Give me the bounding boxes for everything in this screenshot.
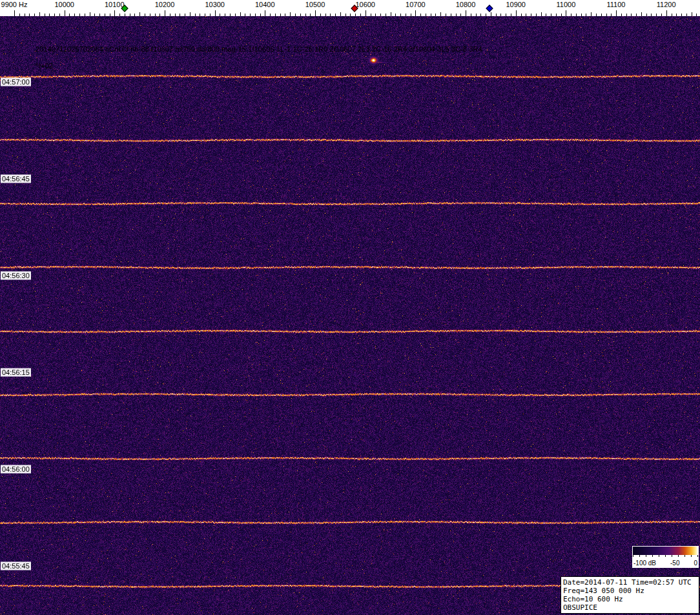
detection-text: 20140711025702064 hCnt73 nb-88 f10607 hi… [36,45,482,53]
ruler-tick [315,10,316,16]
spectrogram-plot: 20140711025702064 hCnt73 nb-88 f10607 hi… [0,16,700,615]
ruler-frequency-label: 10200 [155,1,175,8]
ruler-tick [466,10,466,16]
ruler-frequency-label: 10500 [305,1,325,8]
colorbar-labels: -100 dB -50 0 [633,560,698,567]
marker-diamond-blue[interactable] [486,5,493,12]
spectrogram-canvas [0,16,700,615]
colorbar-max-label: 0 [694,560,697,567]
ruler-tick [165,10,165,16]
intensity-colorbar: -100 dB -50 0 [632,546,699,568]
ruler-frequency-label: 11100 [607,1,626,8]
colorbar-mid-label: -50 [670,560,679,567]
ruler-frequency-label: 10400 [255,1,275,8]
colorbar-min-label: -100 dB [633,560,656,567]
time-label: 04:56:15 [1,368,31,377]
ruler-tick [65,10,65,16]
ruler-tick [14,10,15,16]
time-label: 04:57:00 [1,78,31,86]
time-label: 04:56:30 [1,272,31,280]
ruler-tick [616,10,617,16]
ruler-frequency-label: 10700 [406,1,426,8]
time-label: 04:55:45 [1,562,31,570]
frequency-ruler: 9900 Hz100001010010200103001040010500106… [0,0,700,16]
ruler-tick [666,10,667,16]
time-label: 04:56:45 [1,175,31,183]
ruler-frequency-label: 11200 [657,1,676,8]
ruler-tick [415,10,416,16]
time-offset-label: ^t+02 [36,62,53,70]
ruler-tick [265,10,265,16]
ruler-tick [566,10,566,16]
info-echo-line: Echo=10 600 Hz [563,595,697,603]
ruler-tick [516,10,517,16]
ruler-frequency-label: 10300 [205,1,225,8]
observation-info-box: Date=2014-07-11 Time=02:57 UTC Freq=143 … [561,576,699,614]
ruler-tick [114,10,115,16]
ruler-frequency-label: 9900 Hz [1,1,28,8]
spectrogram-screen: 9900 Hz100001010010200103001040010500106… [0,0,700,615]
info-station-line: OBSUPICE [563,603,697,612]
colorbar-gradient [633,547,698,560]
ruler-tick [365,10,366,16]
info-freq-line: Freq=143 050 000 Hz [563,587,697,595]
ruler-frequency-label: 10600 [355,1,375,8]
ruler-frequency-label: 11000 [557,1,576,8]
ruler-frequency-label: 10800 [456,1,476,8]
ruler-frequency-label: 10900 [506,1,526,8]
info-date-line: Date=2014-07-11 Time=02:57 UTC [563,578,697,587]
ruler-frequency-label: 10000 [54,1,74,8]
ruler-tick [215,10,216,16]
time-label: 04:56:00 [1,465,31,474]
